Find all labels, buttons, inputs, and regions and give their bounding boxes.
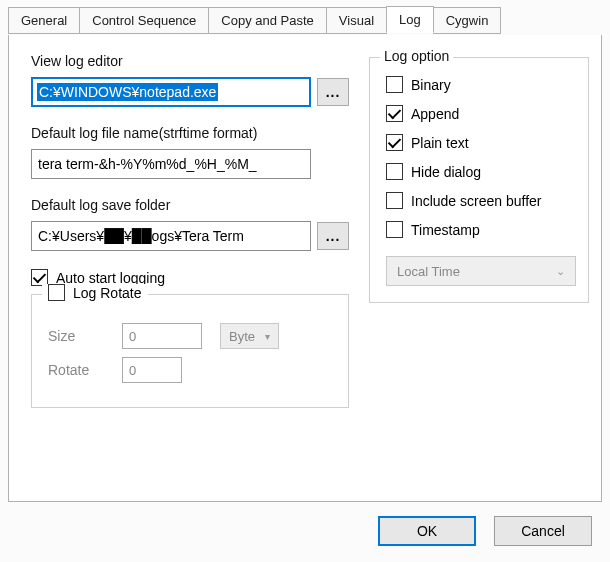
log-rotate-size-label: Size <box>48 328 104 344</box>
chevron-down-icon: ▾ <box>265 331 270 342</box>
log-option-group: Log option Binary Append Plain text <box>369 57 589 303</box>
log-rotate-checkbox[interactable] <box>48 284 65 301</box>
view-log-editor-value: C:¥WINDOWS¥notepad.exe <box>37 83 218 101</box>
option-plain-text-checkbox[interactable] <box>386 134 403 151</box>
log-option-legend: Log option <box>380 48 453 64</box>
log-rotate-rotate-input[interactable] <box>122 357 182 383</box>
cancel-button[interactable]: Cancel <box>494 516 592 546</box>
log-rotate-group: Log Rotate Size Byte ▾ Rotate <box>31 294 349 408</box>
log-rotate-size-input[interactable] <box>122 323 202 349</box>
tab-visual[interactable]: Visual <box>326 7 387 34</box>
option-plain-text-label: Plain text <box>411 135 469 151</box>
log-rotate-size-unit-value: Byte <box>229 329 255 344</box>
option-include-screen-buffer-label: Include screen buffer <box>411 193 542 209</box>
option-include-screen-buffer-checkbox[interactable] <box>386 192 403 209</box>
browse-log-editor-button[interactable]: ... <box>317 78 349 106</box>
ok-button[interactable]: OK <box>378 516 476 546</box>
tab-control-sequence[interactable]: Control Sequence <box>79 7 209 34</box>
view-log-editor-input[interactable]: C:¥WINDOWS¥notepad.exe <box>31 77 311 107</box>
tab-log[interactable]: Log <box>386 6 434 33</box>
timestamp-mode-combo[interactable]: Local Time ⌄ <box>386 256 576 286</box>
tab-copy-and-paste[interactable]: Copy and Paste <box>208 7 327 34</box>
chevron-down-icon: ⌄ <box>556 265 565 278</box>
option-binary-label: Binary <box>411 77 451 93</box>
option-append-checkbox[interactable] <box>386 105 403 122</box>
option-timestamp-label: Timestamp <box>411 222 480 238</box>
tab-cygwin[interactable]: Cygwin <box>433 7 502 34</box>
browse-log-save-folder-button[interactable]: ... <box>317 222 349 250</box>
log-rotate-legend: Log Rotate <box>73 285 142 301</box>
view-log-editor-label: View log editor <box>31 53 349 69</box>
option-hide-dialog-label: Hide dialog <box>411 164 481 180</box>
option-append-label: Append <box>411 106 459 122</box>
log-panel: View log editor C:¥WINDOWS¥notepad.exe .… <box>8 34 602 502</box>
default-log-file-name-input[interactable] <box>31 149 311 179</box>
log-rotate-size-unit-combo[interactable]: Byte ▾ <box>220 323 279 349</box>
default-log-save-folder-label: Default log save folder <box>31 197 349 213</box>
option-hide-dialog-checkbox[interactable] <box>386 163 403 180</box>
log-rotate-rotate-label: Rotate <box>48 362 104 378</box>
tab-general[interactable]: General <box>8 7 80 34</box>
default-log-file-name-label: Default log file name(strftime format) <box>31 125 349 141</box>
option-timestamp-checkbox[interactable] <box>386 221 403 238</box>
timestamp-mode-value: Local Time <box>397 264 460 279</box>
default-log-save-folder-input[interactable] <box>31 221 311 251</box>
option-binary-checkbox[interactable] <box>386 76 403 93</box>
